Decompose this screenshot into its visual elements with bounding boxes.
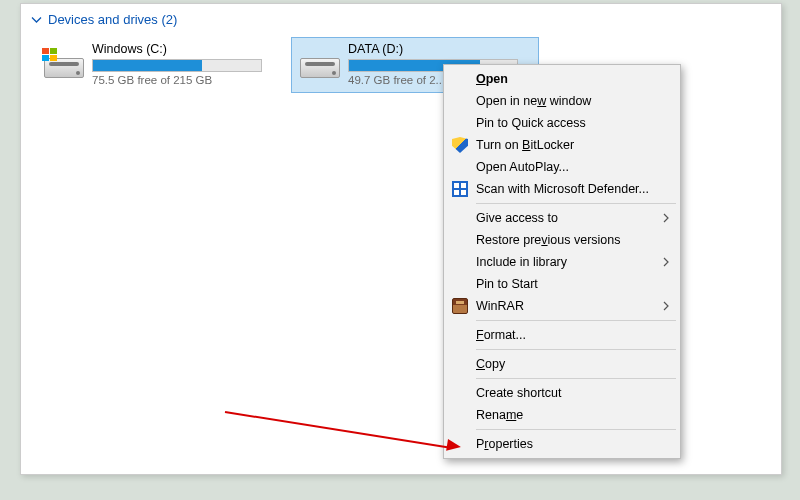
menu-item-create-shortcut[interactable]: Create shortcut — [446, 382, 678, 404]
menu-label: Properties — [476, 437, 533, 451]
drive-usage-bar — [92, 59, 262, 72]
drive-0[interactable]: Windows (C:)75.5 GB free of 215 GB — [35, 37, 283, 93]
menu-label: Scan with Microsoft Defender... — [476, 182, 649, 196]
menu-label: Copy — [476, 357, 505, 371]
menu-item-restore-previous-versions[interactable]: Restore previous versions — [446, 229, 678, 251]
defender-icon — [452, 181, 468, 197]
menu-item-pin-to-start[interactable]: Pin to Start — [446, 273, 678, 295]
winrar-icon — [452, 298, 468, 314]
chevron-right-icon — [662, 301, 670, 311]
menu-item-open-in-new-window[interactable]: Open in new window — [446, 90, 678, 112]
menu-item-copy[interactable]: Copy — [446, 353, 678, 375]
menu-label: Pin to Start — [476, 277, 538, 291]
menu-label: Create shortcut — [476, 386, 561, 400]
menu-label: Turn on BitLocker — [476, 138, 574, 152]
menu-item-winrar[interactable]: WinRAR — [446, 295, 678, 317]
shield-icon — [452, 137, 468, 153]
context-menu: OpenOpen in new windowPin to Quick acces… — [443, 64, 681, 459]
menu-item-include-in-library[interactable]: Include in library — [446, 251, 678, 273]
chevron-down-icon — [31, 14, 42, 25]
drive-free-text: 75.5 GB free of 215 GB — [92, 74, 276, 86]
menu-label: Open — [476, 72, 508, 86]
menu-item-turn-on-bitlocker[interactable]: Turn on BitLocker — [446, 134, 678, 156]
drive-title: DATA (D:) — [348, 42, 532, 56]
menu-label: Rename — [476, 408, 523, 422]
menu-label: Include in library — [476, 255, 567, 269]
menu-separator — [476, 203, 676, 204]
menu-item-format[interactable]: Format... — [446, 324, 678, 346]
menu-item-open[interactable]: Open — [446, 68, 678, 90]
drive-icon — [298, 44, 340, 86]
menu-item-give-access-to[interactable]: Give access to — [446, 207, 678, 229]
menu-separator — [476, 320, 676, 321]
menu-label: Give access to — [476, 211, 558, 225]
menu-item-pin-to-quick-access[interactable]: Pin to Quick access — [446, 112, 678, 134]
menu-separator — [476, 429, 676, 430]
menu-item-properties[interactable]: Properties — [446, 433, 678, 455]
menu-separator — [476, 378, 676, 379]
section-title: Devices and drives (2) — [48, 12, 177, 27]
drive-title: Windows (C:) — [92, 42, 276, 56]
menu-item-scan-with-microsoft-defender[interactable]: Scan with Microsoft Defender... — [446, 178, 678, 200]
section-header-devices[interactable]: Devices and drives (2) — [21, 4, 781, 31]
drive-icon — [42, 44, 84, 86]
menu-separator — [476, 349, 676, 350]
menu-item-rename[interactable]: Rename — [446, 404, 678, 426]
menu-label: Restore previous versions — [476, 233, 621, 247]
chevron-right-icon — [662, 257, 670, 267]
menu-label: Open in new window — [476, 94, 591, 108]
menu-item-open-autoplay[interactable]: Open AutoPlay... — [446, 156, 678, 178]
menu-label: Open AutoPlay... — [476, 160, 569, 174]
menu-label: Pin to Quick access — [476, 116, 586, 130]
menu-label: Format... — [476, 328, 526, 342]
chevron-right-icon — [662, 213, 670, 223]
menu-label: WinRAR — [476, 299, 524, 313]
windows-flag-icon — [42, 48, 58, 62]
